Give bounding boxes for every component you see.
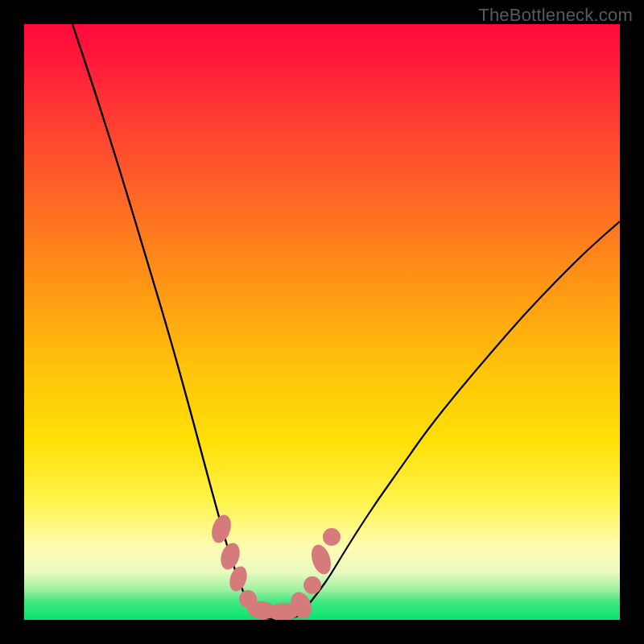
data-marker [303, 576, 321, 594]
left-curve [72, 24, 259, 617]
data-marker [323, 528, 341, 546]
data-marker [208, 512, 234, 545]
outer-frame: TheBottleneck.com [0, 0, 644, 644]
attribution-text: TheBottleneck.com [478, 5, 633, 26]
curve-group [72, 24, 620, 619]
plot-area [24, 24, 620, 620]
right-curve [298, 221, 620, 616]
marker-group [208, 512, 341, 620]
chart-svg [24, 24, 620, 620]
data-marker [308, 543, 335, 577]
